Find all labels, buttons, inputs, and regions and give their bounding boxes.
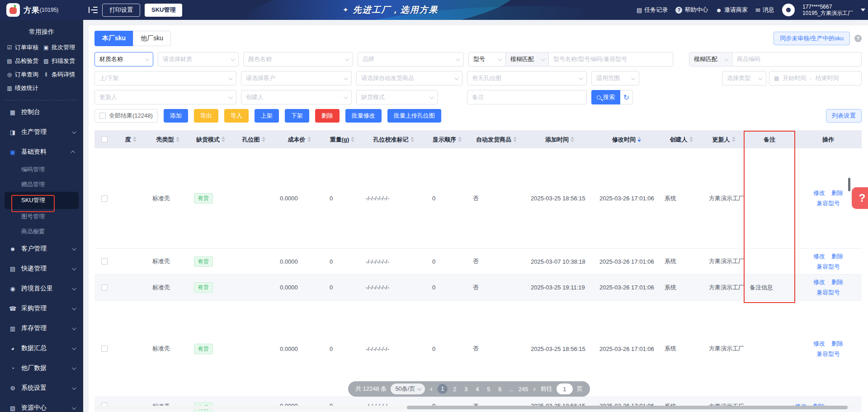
sync-sku-button[interactable]: 同步未审核/生产中的sku <box>774 32 850 45</box>
delete-button[interactable]: 删除 <box>315 109 340 123</box>
column-header-6[interactable]: 重量(g) <box>324 130 360 148</box>
auto-ship-select[interactable]: 请选择自动发货商品 <box>356 71 462 85</box>
sort-icons[interactable] <box>637 137 641 142</box>
fuzzy-match-select-1[interactable]: 模糊匹配 <box>505 52 549 66</box>
row-checkbox[interactable] <box>101 284 108 291</box>
add-button[interactable]: 添加 <box>164 109 188 123</box>
topbar-link-task-log[interactable]: ▤任务记录 <box>637 6 668 14</box>
select-all-checkbox[interactable] <box>99 113 106 119</box>
batch-upload-button[interactable]: 批量上传孔位图 <box>387 109 441 123</box>
date-range-picker[interactable]: ▦ 开始时间-结束时间 <box>769 71 862 85</box>
sidebar-subitem-drawing-management[interactable]: 图号管理 <box>0 209 83 224</box>
list-settings-button[interactable]: 列表设置 <box>826 109 862 123</box>
sidebar-item-customer-management[interactable]: ☻客户管理 <box>0 239 83 259</box>
tab-sku-management-topbar[interactable]: SKU管理 <box>145 4 182 17</box>
shelf-status-select[interactable]: 上/下架 <box>94 71 236 85</box>
vertical-scrollbar-thumb[interactable] <box>848 178 850 191</box>
tab-other-factory-sku[interactable]: 他厂sku <box>133 31 171 46</box>
sort-icons[interactable] <box>571 137 574 142</box>
topbar-link-help-center[interactable]: ?帮助中心 <box>675 6 708 14</box>
quick-action-performance-stats[interactable]: ▥绩效统计 <box>6 82 43 94</box>
row-modify-link[interactable]: 修改 <box>813 340 825 348</box>
sort-icons[interactable] <box>176 137 179 142</box>
collapse-sidebar-icon[interactable] <box>89 6 98 14</box>
sidebar-item-console[interactable]: ▦控制台 <box>0 102 83 122</box>
model-name-input[interactable]: 型号名称/型号编码/兼容型号 <box>548 52 673 66</box>
sidebar-subitem-product-showcase[interactable]: 商品橱窗 <box>0 224 83 239</box>
per-page-select[interactable]: 50条/页 <box>391 384 425 394</box>
quick-action-quality-inspection[interactable]: ▤品检验货 <box>6 55 43 67</box>
avatar[interactable]: ☻ <box>782 4 795 16</box>
topbar-link-invite-merchant[interactable]: ☻邀请商家 <box>716 6 748 14</box>
delist-button[interactable]: 下架 <box>285 109 309 123</box>
column-header-10[interactable]: 添加时间 <box>525 130 594 148</box>
column-header-4[interactable]: 孔位图 <box>233 130 274 148</box>
page-4[interactable]: 4 <box>473 386 481 393</box>
product-code-input[interactable]: 商品编码 <box>732 52 862 66</box>
sidebar-subitem-code-management[interactable]: 编码管理 <box>0 162 83 177</box>
topbar-link-messages[interactable]: ✉消息 <box>755 6 774 14</box>
column-header-9[interactable]: 自动发货商品 <box>467 130 525 148</box>
column-header-3[interactable]: 缺货模式 <box>189 130 233 148</box>
export-button[interactable]: 导出 <box>194 109 218 123</box>
row-delete-link[interactable]: 删除 <box>831 189 843 197</box>
column-header-2[interactable]: 壳类型 <box>147 130 189 148</box>
tab-own-factory-sku[interactable]: 本厂sku <box>94 31 133 46</box>
sort-icons[interactable] <box>351 137 354 142</box>
page-2[interactable]: 2 <box>451 386 459 393</box>
page-6[interactable]: 6 <box>496 386 504 393</box>
sidebar-item-system-settings[interactable]: ⚙系统设置 <box>0 378 83 398</box>
sidebar-subitem-sku-management[interactable]: SKU管理 <box>5 192 79 209</box>
column-header-5[interactable]: 成本价 <box>274 130 324 148</box>
column-header-11[interactable]: 修改时间 <box>594 130 659 148</box>
sidebar-item-base-data[interactable]: ▣基础资料 <box>0 142 83 162</box>
next-page-button[interactable]: › <box>532 385 536 393</box>
creator-select[interactable]: 创建人 <box>241 90 352 104</box>
sidebar-item-other-factory-data[interactable]: ◔他厂数据 <box>0 358 83 378</box>
page-3[interactable]: 3 <box>462 386 470 393</box>
row-checkbox[interactable] <box>101 195 108 202</box>
import-button[interactable]: 导入 <box>224 109 249 123</box>
search-button[interactable]: 搜索 <box>591 90 620 104</box>
quick-action-batch-management[interactable]: ▣批次管理 <box>43 42 80 53</box>
account-dropdown-icon[interactable] <box>861 9 865 14</box>
row-delete-link[interactable]: 删除 <box>831 252 843 260</box>
date-type-select[interactable]: 选择类型 <box>722 71 766 85</box>
sidebar-subitem-gift-management[interactable]: 赠品管理 <box>0 177 83 192</box>
refresh-button[interactable]: ↻ <box>620 90 633 104</box>
sidebar-item-resource-center[interactable]: ▧资源中心 <box>0 398 83 412</box>
goto-page-input[interactable] <box>557 384 573 394</box>
updater-select[interactable]: 更新人 <box>94 90 236 104</box>
row-checkbox[interactable] <box>101 258 108 265</box>
header-checkbox[interactable] <box>101 136 108 142</box>
row-delete-link[interactable]: 删除 <box>831 278 843 286</box>
customer-select[interactable]: 请选择客户 <box>241 71 352 85</box>
fuzzy-match-select-2[interactable]: 模糊匹配 <box>689 52 732 66</box>
scope-select[interactable]: 适用范围 <box>591 71 639 85</box>
row-checkbox[interactable] <box>101 346 108 352</box>
brand-select[interactable]: 品牌 <box>358 52 464 66</box>
sort-icons[interactable] <box>262 137 265 142</box>
column-header-8[interactable]: 显示顺序 <box>427 130 467 148</box>
sort-icons[interactable] <box>732 137 736 142</box>
note-input[interactable]: 备注 <box>467 90 587 104</box>
quick-action-scan-shipping[interactable]: ▨扫描发货 <box>43 55 80 67</box>
sort-icons[interactable] <box>458 137 462 142</box>
sort-icons[interactable] <box>307 137 311 142</box>
stock-mode-select[interactable]: 缺货模式 <box>356 90 438 104</box>
row-modify-link[interactable]: 修改 <box>813 278 825 286</box>
sidebar-item-inventory-management[interactable]: ▥库存管理 <box>0 318 83 338</box>
hole-diagram-select[interactable]: 有无孔位图 <box>467 71 587 85</box>
sort-icons[interactable] <box>133 137 137 142</box>
quick-action-barcode-details[interactable]: ‖条码详情 <box>43 69 80 81</box>
row-compatible-model-link[interactable]: 兼容型号 <box>816 289 840 297</box>
header-checkbox-cell[interactable] <box>94 130 114 148</box>
sort-icons[interactable] <box>689 137 693 142</box>
sort-icons[interactable] <box>222 137 225 142</box>
row-compatible-model-link[interactable]: 兼容型号 <box>816 263 840 271</box>
prev-page-button[interactable]: ‹ <box>429 385 433 393</box>
sidebar-item-express-management[interactable]: ▤快递管理 <box>0 259 83 279</box>
material-type-select[interactable]: 材质名称 <box>94 52 153 66</box>
sort-icons[interactable] <box>410 137 414 142</box>
print-settings-button[interactable]: 打印设置 <box>102 4 140 17</box>
